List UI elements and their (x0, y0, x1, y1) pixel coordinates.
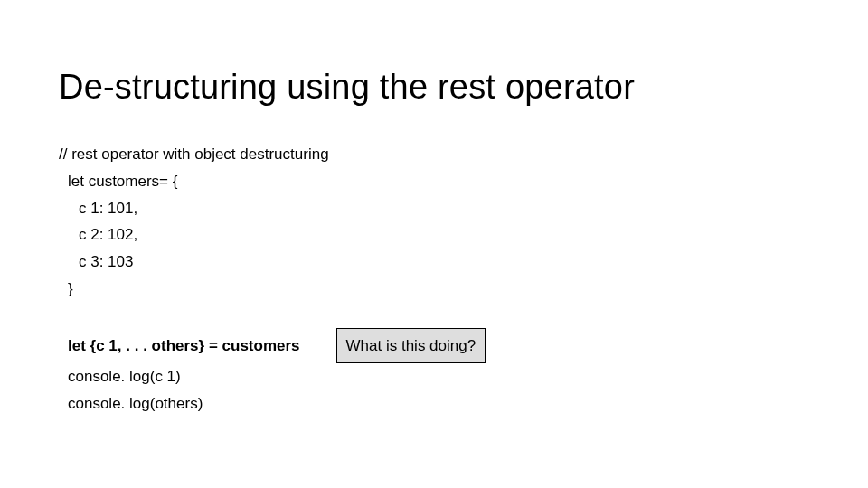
code-line-log1: console. log(c 1) (59, 363, 809, 390)
slide-title: De-structuring using the rest operator (59, 68, 809, 107)
blank-line (59, 303, 809, 328)
code-line-c2: c 2: 102, (59, 221, 809, 249)
code-line-close: } (59, 276, 809, 303)
code-line-let: let customers= { (59, 168, 809, 195)
code-line-log2: console. log(others) (59, 390, 809, 418)
code-line-destructure: let {c 1, . . . others} = customers (59, 333, 300, 360)
slide: De-structuring using the rest operator /… (0, 0, 868, 418)
code-line-c1: c 1: 101, (59, 195, 809, 222)
code-line-comment: // rest operator with object destructuri… (59, 141, 809, 168)
code-line-c3: c 3: 103 (59, 249, 809, 276)
callout-box: What is this doing? (336, 328, 486, 364)
code-block: // rest operator with object destructuri… (59, 141, 809, 418)
destructure-row: let {c 1, . . . others} = customers What… (59, 328, 809, 364)
